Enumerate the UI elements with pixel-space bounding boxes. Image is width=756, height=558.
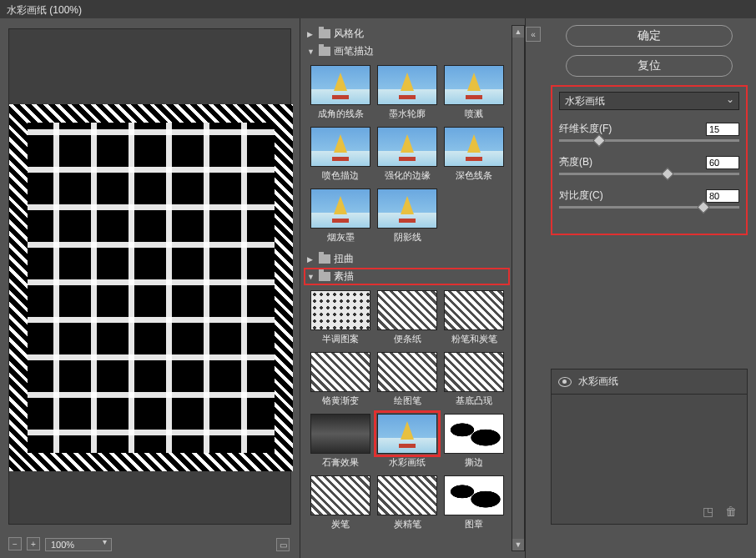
scroll-down-button[interactable]: ▼ bbox=[512, 539, 524, 550]
preview-effect-border bbox=[9, 104, 293, 471]
folder-stylize[interactable]: ▶ 风格化 bbox=[304, 25, 510, 43]
slider-thumb-icon[interactable] bbox=[697, 201, 710, 214]
filter-thumb[interactable]: 基底凸现 bbox=[444, 352, 504, 407]
thumb-image bbox=[377, 65, 437, 105]
thumb-label: 成角的线条 bbox=[310, 108, 370, 120]
thumb-image bbox=[310, 414, 370, 454]
filter-thumb[interactable]: 撕边 bbox=[444, 414, 504, 469]
thumb-image bbox=[377, 352, 437, 392]
slider-thumb-icon[interactable] bbox=[661, 168, 674, 181]
filter-thumb[interactable]: 墨水轮廓 bbox=[377, 65, 437, 120]
folder-label: 风格化 bbox=[334, 27, 364, 41]
thumb-image bbox=[310, 127, 370, 167]
thumb-label: 深色线条 bbox=[444, 169, 504, 182]
effect-layer-row[interactable]: 水彩画纸 bbox=[552, 369, 747, 395]
chevron-right-icon: ▶ bbox=[307, 255, 315, 264]
folder-sketch[interactable]: ▼ 素描 bbox=[304, 268, 510, 285]
filter-gallery-panel: ▶ 风格化 ▼ 画笔描边 成角的线条墨水轮廓喷溅喷色描边强化的边缘深色线条烟灰墨… bbox=[300, 18, 526, 558]
filter-thumb[interactable]: 水彩画纸 bbox=[377, 414, 437, 469]
preview-viewport[interactable] bbox=[8, 28, 291, 525]
param-input[interactable] bbox=[706, 123, 739, 136]
folder-icon bbox=[319, 47, 330, 56]
filter-thumb[interactable]: 炭精笔 bbox=[377, 475, 437, 530]
folder-icon bbox=[319, 29, 330, 38]
preview-toolbar: − + bbox=[8, 536, 112, 551]
thumb-image bbox=[444, 65, 504, 105]
filter-thumb[interactable]: 绘图笔 bbox=[377, 352, 437, 407]
chevron-down-icon: ▼ bbox=[307, 273, 315, 281]
thumb-label: 炭笔 bbox=[310, 518, 370, 530]
thumb-image bbox=[377, 127, 437, 167]
preview-canvas bbox=[9, 104, 293, 471]
effect-layer-name: 水彩画纸 bbox=[578, 375, 618, 389]
zoom-select[interactable] bbox=[45, 538, 112, 551]
param-slider[interactable] bbox=[559, 173, 739, 175]
visibility-eye-icon[interactable] bbox=[558, 377, 572, 387]
fit-view-button[interactable]: ▭ bbox=[276, 538, 290, 551]
filter-thumb[interactable]: 强化的边缘 bbox=[377, 127, 437, 182]
thumb-image bbox=[444, 290, 504, 330]
folder-brush-strokes[interactable]: ▼ 画笔描边 bbox=[304, 43, 510, 60]
thumb-image bbox=[444, 475, 504, 515]
delete-effect-layer-button[interactable]: 🗑 bbox=[723, 504, 738, 519]
filter-thumb[interactable]: 炭笔 bbox=[310, 475, 370, 530]
filter-thumb[interactable]: 深色线条 bbox=[444, 127, 504, 182]
filter-thumb[interactable]: 烟灰墨 bbox=[310, 189, 370, 244]
scroll-up-button[interactable]: ▲ bbox=[512, 26, 524, 38]
parameters-box: 纤维长度(F)亮度(B)对比度(C) bbox=[551, 85, 748, 235]
param-slider[interactable] bbox=[559, 139, 739, 142]
filter-thumb[interactable]: 成角的线条 bbox=[310, 65, 370, 120]
filter-thumb[interactable]: 喷溅 bbox=[444, 65, 504, 120]
thumb-label: 基底凸现 bbox=[444, 395, 504, 407]
window-title: 水彩画纸 (100%) bbox=[7, 4, 82, 16]
filter-thumb[interactable]: 半调图案 bbox=[310, 290, 370, 345]
new-effect-layer-button[interactable]: ◳ bbox=[700, 504, 715, 519]
param-slider[interactable] bbox=[559, 206, 739, 209]
gallery-scrollbar[interactable]: ▲ ▼ bbox=[512, 25, 525, 551]
thumb-image bbox=[444, 127, 504, 167]
thumb-label: 烟灰墨 bbox=[310, 231, 370, 244]
collapse-panel-button[interactable]: « bbox=[526, 27, 541, 42]
param-label: 对比度(C) bbox=[559, 189, 603, 203]
param-input[interactable] bbox=[706, 189, 739, 203]
chevron-right-icon: ▶ bbox=[307, 30, 315, 38]
thumb-label: 水彩画纸 bbox=[377, 456, 437, 469]
folder-distort[interactable]: ▶ 扭曲 bbox=[304, 250, 510, 268]
param-input[interactable] bbox=[706, 156, 739, 169]
thumb-label: 炭精笔 bbox=[377, 518, 437, 530]
zoom-select-wrap bbox=[45, 536, 112, 551]
filter-thumb[interactable]: 便条纸 bbox=[377, 290, 437, 345]
folder-label: 画笔描边 bbox=[334, 44, 374, 58]
thumb-label: 强化的边缘 bbox=[377, 169, 437, 182]
filter-thumb[interactable]: 粉笔和炭笔 bbox=[444, 290, 504, 345]
thumb-label: 图章 bbox=[444, 518, 504, 530]
filter-thumb[interactable]: 喷色描边 bbox=[310, 127, 370, 182]
reset-button[interactable]: 复位 bbox=[566, 55, 733, 77]
param-row: 纤维长度(F) bbox=[559, 122, 739, 136]
thumb-image bbox=[310, 352, 370, 392]
ok-button[interactable]: 确定 bbox=[566, 25, 733, 47]
thumb-image bbox=[377, 475, 437, 515]
thumb-image bbox=[310, 475, 370, 515]
filter-thumb[interactable]: 铬黄渐变 bbox=[310, 352, 370, 407]
thumb-image bbox=[310, 290, 370, 330]
slider-thumb-icon[interactable] bbox=[592, 134, 606, 148]
param-row: 对比度(C) bbox=[559, 189, 739, 203]
thumb-label: 半调图案 bbox=[310, 333, 370, 345]
filter-thumb[interactable]: 石膏效果 bbox=[310, 414, 370, 469]
thumb-label: 铬黄渐变 bbox=[310, 395, 370, 407]
folder-icon bbox=[319, 272, 330, 281]
thumb-image bbox=[310, 65, 370, 105]
param-row: 亮度(B) bbox=[559, 155, 739, 169]
filter-thumb[interactable]: 图章 bbox=[444, 475, 504, 530]
filter-dropdown-wrap bbox=[559, 92, 739, 110]
thumb-label: 喷溅 bbox=[444, 108, 504, 120]
window-titlebar: 水彩画纸 (100%) bbox=[0, 0, 756, 18]
zoom-out-button[interactable]: − bbox=[8, 537, 22, 550]
filter-thumb[interactable]: 阴影线 bbox=[377, 189, 437, 244]
gallery-scroll: ▶ 风格化 ▼ 画笔描边 成角的线条墨水轮廓喷溅喷色描边强化的边缘深色线条烟灰墨… bbox=[304, 25, 510, 551]
thumb-image bbox=[377, 189, 437, 229]
zoom-in-button[interactable]: + bbox=[27, 537, 40, 550]
thumb-label: 便条纸 bbox=[377, 333, 437, 345]
filter-dropdown[interactable] bbox=[559, 92, 739, 110]
